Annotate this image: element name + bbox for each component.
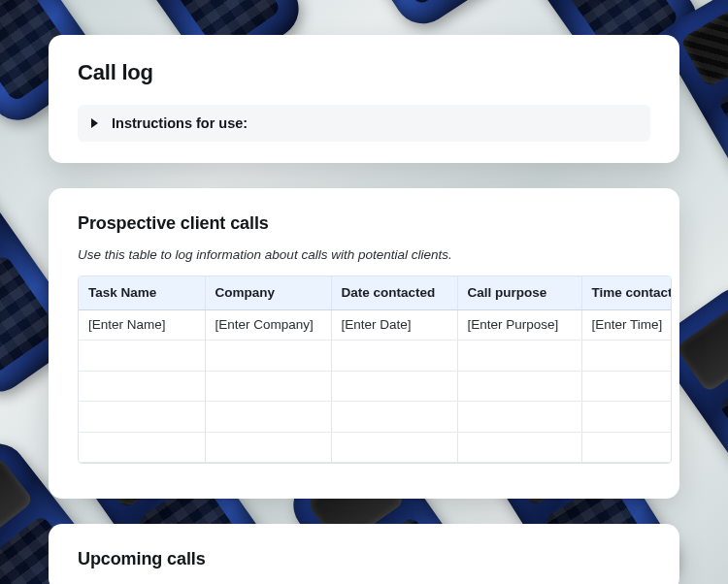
cell[interactable] <box>581 402 672 433</box>
cell[interactable] <box>581 341 672 372</box>
cell[interactable] <box>331 371 457 402</box>
cell[interactable] <box>581 432 672 463</box>
prospective-table: Task Name Company Date contacted Call pu… <box>78 276 672 464</box>
table-row[interactable] <box>79 341 672 372</box>
table-row[interactable] <box>79 402 672 433</box>
cell[interactable] <box>79 402 205 433</box>
cell[interactable] <box>457 402 581 433</box>
section-subhead: Use this table to log information about … <box>78 247 650 262</box>
cell[interactable] <box>79 371 205 402</box>
table-row[interactable]: [Enter Name] [Enter Company] [Enter Date… <box>79 309 672 341</box>
cell[interactable] <box>457 371 581 402</box>
cell[interactable] <box>331 341 457 372</box>
table-row[interactable] <box>79 371 672 402</box>
cell[interactable] <box>331 402 457 433</box>
cell[interactable] <box>581 371 672 402</box>
cell[interactable]: [Enter Name] <box>79 309 205 341</box>
cell[interactable] <box>457 341 581 372</box>
cell[interactable] <box>457 432 581 463</box>
col-company[interactable]: Company <box>205 276 331 309</box>
cell[interactable] <box>331 432 457 463</box>
page-title: Call log <box>78 60 650 85</box>
cell[interactable]: [Enter Time] <box>581 309 672 341</box>
cell[interactable]: [Enter Date] <box>331 309 457 341</box>
table-row[interactable] <box>79 432 672 463</box>
section-title-prospective: Prospective client calls <box>78 213 650 234</box>
cell[interactable] <box>79 341 205 372</box>
disclosure-triangle-icon <box>91 118 98 128</box>
col-date-contacted[interactable]: Date contacted <box>331 276 457 309</box>
cell[interactable] <box>79 432 205 463</box>
cell[interactable]: [Enter Purpose] <box>457 309 581 341</box>
card-prospective-calls: Prospective client calls Use this table … <box>49 188 679 499</box>
cell[interactable] <box>205 371 331 402</box>
cell[interactable] <box>205 402 331 433</box>
instructions-toggle[interactable]: Instructions for use: <box>78 105 650 142</box>
col-task-name[interactable]: Task Name <box>79 276 205 309</box>
card-call-log: Call log Instructions for use: <box>49 35 679 163</box>
table-header-row: Task Name Company Date contacted Call pu… <box>79 276 672 309</box>
instructions-label: Instructions for use: <box>112 115 248 131</box>
cell[interactable] <box>205 432 331 463</box>
col-time-contacted[interactable]: Time contacted <box>581 276 672 309</box>
card-upcoming-calls: Upcoming calls <box>49 524 679 584</box>
col-call-purpose[interactable]: Call purpose <box>457 276 581 309</box>
cell[interactable]: [Enter Company] <box>205 309 331 341</box>
cell[interactable] <box>205 341 331 372</box>
section-title-upcoming: Upcoming calls <box>78 549 650 569</box>
